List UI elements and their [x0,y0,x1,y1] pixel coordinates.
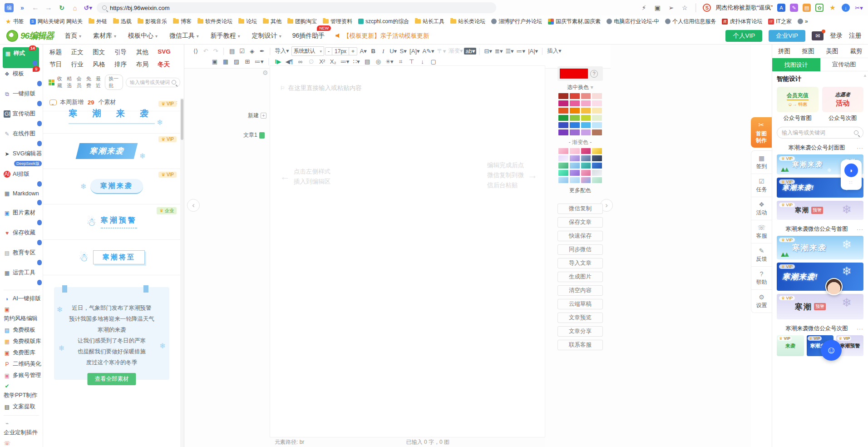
sidebar-item[interactable]: ▤ 文案提取 [3,401,43,412]
tab-promo-gif[interactable]: 宣传动图 [820,58,868,71]
support-avatar[interactable] [825,278,843,295]
color-swatch[interactable] [558,122,568,128]
design-tool-link[interactable]: 裁剪 [850,47,862,55]
sidebar-item[interactable]: ▦ 免费模版库 [3,336,43,347]
bookmark-item[interactable]: 个人信用信息服务 [665,18,716,25]
address-bar[interactable]: https://bj.96weixin.com [97,2,496,13]
action-button[interactable]: 快速保存 [557,231,603,241]
action-button[interactable]: 保存文章 [557,217,603,228]
design-search-input[interactable]: 输入编号或关键词 [777,127,863,139]
sidebar-item[interactable]: ▦ 样式 14 [3,47,39,68]
redo-icon[interactable]: ↷ [211,48,221,55]
category-tab[interactable]: 图文 [93,48,114,56]
style-template-card[interactable]: ❄ ❄ ❄ 近日，气象部门发布了寒潮预警预计我国多地将迎来一轮降温天气寒潮的来袭… [43,275,180,393]
scrollbar[interactable] [180,98,184,447]
color-swatch[interactable] [558,115,568,121]
reload-icon[interactable]: ↻ [57,3,66,12]
ordered-list-icon[interactable]: ≕▾ [339,58,351,65]
scroll-up-icon[interactable]: ▲ [863,73,867,78]
edit-extension-icon[interactable]: ✎ [790,4,798,12]
action-button[interactable]: 同步微信 [557,244,603,255]
background-icon[interactable]: ▨ [232,58,242,65]
insert-menu[interactable]: 插入▾ [546,47,562,55]
bookmark-item[interactable]: 国庆节素材,国庆素 [548,18,601,25]
sidebar-item[interactable]: GIF 宣传动图 [3,108,43,128]
font-color-icon[interactable]: A▾ [358,48,368,55]
color-swatch[interactable] [558,93,568,99]
superscript-icon[interactable]: X² [317,58,327,65]
style-template-card[interactable]: ☃ 寒潮将至 [43,240,180,275]
color-swatch[interactable] [581,100,591,106]
gradient-swatch[interactable] [558,170,568,176]
download-icon[interactable]: ↓ [418,58,428,65]
gradient-swatch[interactable] [581,155,591,161]
gradient-swatch[interactable] [558,177,568,183]
bookmark-item[interactable]: 论坛 [238,18,257,25]
nav-plugin-helper[interactable]: 96插件助手 NEW [292,32,325,40]
text-cursor-icon[interactable]: I▶ [273,58,283,65]
paragraph-spacing-icon[interactable]: ≔▾ [253,58,265,65]
underline-icon[interactable]: U▾ [388,48,398,55]
gradient-swatch[interactable] [581,170,591,176]
category-tab[interactable]: 布局 [136,60,158,69]
bookmark-item[interactable]: 站长类论坛 [450,18,485,25]
nav-menu-item[interactable]: 新手教程 ▾ [211,32,240,40]
mail-icon[interactable]: ✉ [812,31,824,40]
smart-card-secondary[interactable]: 志愿者 活动 公众号次图 [822,87,864,122]
sidebar-item[interactable]: ▣ 免费图库 [3,347,43,358]
sidebar-item[interactable]: ⌁ 企业定制插件 [3,418,43,438]
category-tab[interactable]: 正文 [71,48,93,56]
ab-style-icon[interactable]: ab▾ [464,48,476,55]
folder-extension-icon[interactable]: ▤ [803,4,811,12]
category-tab[interactable]: SVG [158,48,179,56]
browser-app-icon[interactable]: 编 [5,3,14,12]
plugin-extension-icon[interactable]: ✿ [815,4,824,12]
filter-link[interactable]: 收藏 [57,75,64,89]
cover-thumbnail[interactable]: ♛ VIP 来袭 [777,335,804,356]
bookmark-item[interactable]: 软件类论坛 [197,18,232,25]
text-direction-icon[interactable]: ◀¶ [284,58,295,65]
sidebar-item[interactable]: P 二维码美化 [3,358,43,370]
tab-overflow-icon[interactable]: » [18,3,27,12]
action-button[interactable]: 导入文章 [557,258,603,268]
gradient-swatch[interactable] [570,148,580,154]
indent-icon[interactable]: ≔▾ [515,48,527,55]
sidebar-item[interactable]: ◗ AI一键排版 [3,293,43,304]
gallery-icon[interactable]: ▦ [221,58,231,65]
tab-find-design[interactable]: 找图设计 [772,58,820,71]
bold-icon[interactable]: B [368,48,378,55]
link-icon[interactable]: ∞ [296,58,306,65]
undo-icon[interactable]: ↶ [201,48,211,55]
separator[interactable]: │ [267,48,273,55]
cover-thumbnail[interactable]: ♛ VIP 寒潮 预警 ❄ [777,294,863,319]
forward-icon[interactable]: → [44,3,53,12]
find-replace-icon[interactable]: ◎ [373,58,383,65]
flash-icon[interactable]: ⚡ [639,3,648,12]
category-tab[interactable]: 冬天 [158,60,179,69]
category-tab[interactable]: 引导 [114,48,136,56]
site-logo[interactable]: 96编辑器 [6,30,54,42]
strikethrough-icon[interactable]: S▾ [398,48,408,55]
prev-page-button[interactable]: ‹ [187,199,200,212]
bookmark-item[interactable]: 博客 [173,18,192,25]
right-tab[interactable]: ☑ 任务 [751,174,772,197]
filter-link[interactable]: 免费 [86,75,93,89]
gradient-swatch[interactable] [558,163,568,169]
bookmark-item[interactable]: » [798,18,808,25]
bookmark-item[interactable]: ★ 书签 [5,18,24,25]
sidebar-item[interactable]: ❖ 模板 9 [3,68,43,88]
article-tab[interactable]: 文章1 [243,131,265,139]
action-button[interactable]: 微信复制 [557,204,603,214]
more-colors-link[interactable]: 更多配色 [557,183,603,198]
color-swatch[interactable] [581,122,591,128]
bookmark-item[interactable]: 影视音乐 [138,18,167,25]
color-swatch[interactable] [581,129,591,135]
category-tab[interactable]: 节日 [49,60,71,69]
color-swatch[interactable] [592,122,602,128]
register-link[interactable]: 注册 [849,32,862,40]
gradient-swatch[interactable] [592,170,602,176]
recolor-selected-button[interactable]: 选中换色 ▾ [557,81,603,93]
color-swatch[interactable] [570,129,580,135]
sidebar-item[interactable]: AI AI排版 [3,169,43,189]
bookmark-item[interactable]: szcphl.com的综合 [358,18,409,25]
